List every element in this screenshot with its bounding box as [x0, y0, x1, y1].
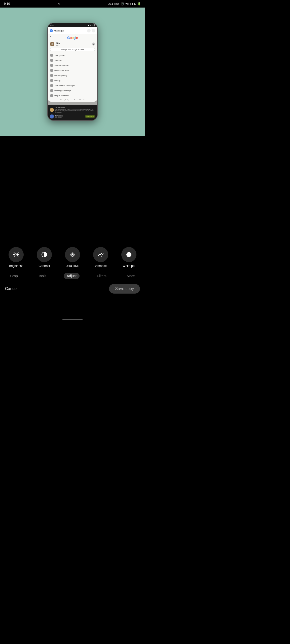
msg-content-1: VM-BDISMS Rs 40.00 debited from A/C XXXX… [55, 107, 95, 113]
contrast-tool[interactable]: Contrast [37, 247, 52, 268]
terms-link: Terms of Service [74, 99, 85, 101]
menu-item-profile: Your profile [48, 53, 97, 58]
white-point-label: White poi [123, 264, 135, 268]
message-row-2: Jio/Sphere You: off off Learn more [50, 114, 95, 119]
header-left: G Messages [50, 29, 64, 32]
phone-status-bar: 10:23 ▲ WiFi ▌ [48, 23, 97, 27]
help-icon [50, 94, 53, 97]
msg-text-2: You: off off [55, 117, 84, 118]
privacy-link: Privacy Policy [60, 99, 69, 101]
learn-more-button[interactable]: Learn more [85, 115, 95, 118]
msg-sender-1: VM-BDISMS [55, 107, 95, 108]
messages-app-header: G Messages [48, 27, 97, 34]
nav-bar [0, 317, 145, 322]
google-logo-small: G [50, 29, 53, 32]
phone-mockup: 10:23 ▲ WiFi ▌ G Messages ✕ [47, 23, 98, 121]
popup-footer: Privacy Policy • Terms of Service [48, 98, 97, 102]
tab-tools[interactable]: Tools [35, 273, 50, 279]
status-time: 9:10 [4, 2, 10, 6]
msg-avatar-2 [50, 114, 54, 118]
spam-icon [50, 64, 53, 67]
brightness-tool[interactable]: Brightness [9, 247, 24, 268]
black-middle-area [0, 136, 145, 244]
spam-label: Spam & blocked [54, 64, 69, 67]
contrast-icon [41, 251, 48, 258]
account-overlay: ✕ Google S Shiv shi... ▾ [48, 34, 97, 120]
brightness-icon-circle [9, 247, 24, 262]
white-point-tool[interactable]: White poi [121, 247, 136, 268]
tab-more[interactable]: More [124, 273, 138, 279]
menu-item-settings: Messages settings [48, 88, 97, 93]
settings-label: Messages settings [54, 90, 71, 92]
message-previews: VM-BDISMS Rs 40.00 debited from A/C XXXX… [48, 105, 97, 120]
msg-text-1: Rs 40.00 debited from A/C XXXXXXX954 and… [55, 108, 95, 113]
cancel-button[interactable]: Cancel [5, 287, 18, 291]
user-avatar: S [50, 42, 54, 46]
brightness-icon [13, 251, 20, 258]
bottom-tabs-row: Crop Tools Adjust Filters More [0, 270, 145, 281]
google-account-popup: ✕ Google S Shiv shi... ▾ [48, 34, 97, 102]
battery-icon: 🔋 [137, 2, 141, 6]
account-user-row: S Shiv shi... ▾ [48, 41, 97, 47]
menu-item-debug: Debug [48, 78, 97, 83]
ultra-hdr-tool[interactable]: Ultra HDR [65, 247, 80, 268]
search-icon-phone [87, 29, 91, 32]
profile-icon [50, 54, 53, 57]
user-info: Shiv shi... [56, 42, 91, 46]
archived-icon [50, 59, 53, 62]
manage-account-button[interactable]: Manage your Google Account [50, 48, 95, 51]
tab-crop[interactable]: Crop [7, 273, 21, 279]
brightness-label: Brightness [9, 264, 23, 268]
status-pinwheel-icon: ✳ [58, 2, 60, 6]
status-bar: 9:10 ✳ 26.1 kB/s 📳 WiFi HD 🔋 [0, 0, 145, 8]
nav-pill [62, 319, 83, 320]
menu-item-spam: Spam & blocked [48, 63, 97, 68]
menu-item-mark-read: Mark all as read [48, 68, 97, 73]
msg-avatar-1 [50, 108, 54, 112]
network-speed: 26.1 kB/s [108, 2, 119, 5]
user-name: Shiv [56, 42, 91, 44]
google-logo-text: Google [67, 36, 78, 40]
help-label: Help & feedback [54, 95, 69, 97]
app-title: Messages [54, 29, 64, 32]
svg-line-5 [14, 253, 15, 253]
white-point-icon [125, 251, 132, 258]
menu-item-data: Your data in Messages [48, 83, 97, 88]
contrast-icon-circle [37, 247, 52, 262]
msg-content-2: Jio/Sphere You: off off [55, 115, 84, 118]
user-email: shi... [56, 44, 91, 46]
menu-item-help: Help & feedback [48, 93, 97, 98]
data-label: Your data in Messages [54, 85, 75, 87]
popup-divider-1 [48, 52, 97, 52]
popup-close-icon: ✕ [49, 35, 51, 38]
white-point-icon-circle [121, 247, 136, 262]
phone-time: 10:23 [50, 24, 54, 26]
contrast-label: Contrast [39, 264, 50, 268]
edit-controls-panel: Brightness Contrast [0, 244, 145, 298]
phone-screen: 10:23 ▲ WiFi ▌ G Messages ✕ [48, 23, 97, 120]
vibrance-icon [97, 251, 104, 258]
wifi-icon: WiFi [125, 2, 131, 5]
ultra-hdr-icon [69, 251, 76, 258]
image-preview-area: 10:23 ▲ WiFi ▌ G Messages ✕ [0, 8, 145, 136]
svg-point-18 [126, 252, 131, 257]
tab-adjust[interactable]: Adjust [64, 273, 80, 279]
tab-filters[interactable]: Filters [94, 273, 110, 279]
vibrance-tool[interactable]: Vibrance [93, 247, 108, 268]
footer-separator: • [71, 99, 72, 101]
mark-read-icon [50, 69, 53, 72]
settings-icon [50, 89, 53, 92]
message-row-1: VM-BDISMS Rs 40.00 debited from A/C XXXX… [50, 106, 95, 114]
svg-line-8 [14, 256, 15, 257]
vibrance-icon-circle [93, 247, 108, 262]
header-icons [87, 29, 95, 32]
expand-icon: ▾ [92, 43, 95, 46]
adjust-tools-row: Brightness Contrast [0, 244, 145, 270]
save-copy-button[interactable]: Save copy [109, 284, 140, 294]
menu-item-archived: Archived [48, 58, 97, 63]
ultra-hdr-icon-circle [65, 247, 80, 262]
vibrance-label: Vibrance [95, 264, 106, 268]
device-label: Device pairing [54, 74, 67, 77]
action-row: Cancel Save copy [0, 281, 145, 298]
avatar-icon-phone [92, 29, 95, 32]
